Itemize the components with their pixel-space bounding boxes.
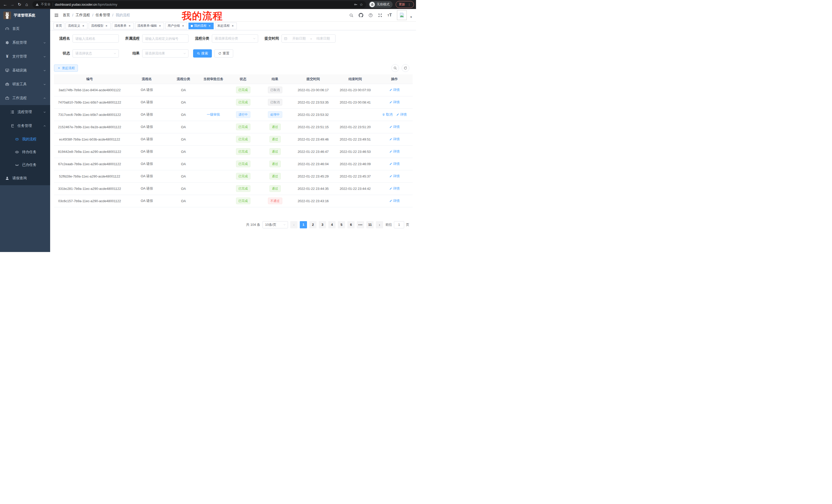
page-size-select[interactable]: 10条/页 [262, 221, 288, 228]
key-icon[interactable] [354, 3, 358, 6]
detail-button[interactable]: 详情 [389, 162, 400, 166]
detail-button[interactable]: 详情 [389, 100, 400, 105]
browser-update-button[interactable]: 更新 ⋮ [396, 1, 414, 8]
workflow-submenu: 流程管理 任务管理 我的流程 待办任务 已办 [0, 105, 50, 185]
sidebar-item-task-mgmt[interactable]: 任务管理 [0, 119, 50, 133]
tab-close-icon[interactable]: × [181, 24, 185, 28]
sidebar-item-system[interactable]: 系统管理 [0, 36, 50, 50]
tab-流程表单[interactable]: 流程表单× [112, 23, 134, 29]
sidebar-item-leave-query[interactable]: 请假查询 [0, 171, 50, 185]
result-select[interactable]: 请选择流结果 [142, 49, 188, 58]
pager-page-2[interactable]: 2 [309, 221, 316, 228]
sidebar-item-devtools[interactable]: 研发工具 [0, 77, 50, 91]
browser-reload-icon[interactable]: ↻ [17, 2, 23, 8]
detail-button[interactable]: 详情 [389, 88, 400, 92]
status-badge: 已完成 [236, 123, 251, 130]
table-row: 331bc281-7b9a-11ec-a290-acde48001122OA 请… [54, 183, 413, 195]
edit-icon [389, 162, 392, 165]
github-icon[interactable] [359, 13, 363, 18]
tab-我的流程[interactable]: 我的流程× [188, 23, 214, 29]
result-badge: 已取消 [268, 87, 282, 93]
tab-用户分组[interactable]: 用户分组× [165, 23, 187, 29]
toggle-search-button[interactable] [391, 64, 399, 72]
bookmark-star-icon[interactable]: ☆ [360, 2, 363, 7]
pager-page-3[interactable]: 3 [319, 221, 326, 228]
pager-page-1[interactable]: 1 [300, 221, 307, 228]
breadcrumb-home[interactable]: 首页 [63, 13, 70, 18]
sidebar-item-home[interactable]: 首页 [0, 22, 50, 36]
help-icon[interactable] [368, 13, 373, 18]
status-select[interactable]: 请选择状态 [73, 49, 119, 58]
status-badge: 已完成 [236, 99, 251, 106]
col-actions: 操作 [376, 75, 413, 84]
chevron-down-icon [43, 69, 46, 72]
sidebar-item-infra[interactable]: 基础设施 [0, 63, 50, 77]
url-host: dashboard.yudao.iocoder.cn [55, 3, 97, 6]
sidebar-item-todo-tasks[interactable]: 待办任务 [0, 146, 50, 159]
pager-next-icon[interactable]: › [376, 221, 383, 228]
create-process-button[interactable]: ＋ 发起流程 [54, 64, 78, 72]
sidebar-item-done-tasks[interactable]: 已办任务 [0, 159, 50, 171]
col-category: 流程分类 [168, 75, 199, 84]
browser-home-icon[interactable]: ⌂ [24, 2, 30, 8]
tab-流程模型[interactable]: 流程模型× [89, 23, 110, 29]
detail-button[interactable]: 详情 [389, 199, 400, 203]
fullscreen-icon[interactable] [378, 13, 382, 18]
result-badge: 已取消 [268, 99, 282, 106]
sidebar-item-process-mgmt[interactable]: 流程管理 [0, 105, 50, 119]
pager-prev-icon[interactable]: ‹ [290, 221, 297, 228]
detail-button[interactable]: 详情 [389, 186, 400, 191]
submit-time-range-picker[interactable]: 开始日期 - 结束日期 [282, 34, 336, 43]
detail-button[interactable]: 详情 [396, 112, 407, 117]
pager-page-11[interactable]: 11 [366, 221, 373, 228]
pager-page-4[interactable]: 4 [328, 221, 336, 228]
sidebar-item-my-process[interactable]: 我的流程 [0, 133, 50, 146]
pager-more[interactable]: ••• [357, 221, 364, 228]
avatar[interactable] [397, 10, 407, 20]
tab-close-icon[interactable]: × [128, 24, 131, 28]
sidebar-toggle-icon[interactable] [50, 13, 63, 18]
tab-发起流程[interactable]: 发起流程× [215, 23, 237, 29]
status-badge: 已完成 [236, 161, 251, 167]
tab-首页[interactable]: 首页 [53, 23, 64, 29]
breadcrumb-task-mgmt[interactable]: 任务管理 [96, 13, 110, 18]
process-name-input[interactable] [73, 34, 119, 43]
refresh-table-button[interactable] [401, 64, 409, 72]
address-bar[interactable]: 不安全 dashboard.yudao.iocoder.cn/bpm/task/… [32, 1, 366, 8]
app-logo-row[interactable]: 芋道管理系统 [0, 9, 50, 22]
avatar-caret-icon[interactable]: ▼ [410, 16, 412, 19]
detail-button[interactable]: 详情 [389, 149, 400, 154]
detail-button[interactable]: 详情 [389, 124, 400, 129]
current-task-link[interactable]: 一级审批 [207, 113, 220, 116]
search-button[interactable]: 搜索 [193, 49, 212, 58]
breadcrumb-workflow[interactable]: 工作流程 [76, 13, 90, 18]
tab-close-icon[interactable]: × [158, 24, 162, 28]
tab-close-icon[interactable]: × [105, 24, 108, 28]
definition-input[interactable] [142, 34, 188, 43]
tab-close-icon[interactable]: × [208, 24, 211, 28]
table-row: 3ad174fb-7b9d-11ec-8404-acde48001122OA 请… [54, 84, 413, 96]
detail-button[interactable]: 详情 [389, 174, 400, 178]
tab-close-icon[interactable]: × [231, 24, 234, 28]
tab-close-icon[interactable]: × [81, 24, 85, 28]
pager-page-5[interactable]: 5 [338, 221, 345, 228]
browser-back-icon[interactable]: ← [2, 2, 8, 8]
detail-button[interactable]: 详情 [389, 137, 400, 142]
process-category: OA [168, 145, 199, 158]
browser-forward-icon[interactable]: → [9, 2, 16, 8]
status-badge: 进行中 [236, 111, 251, 118]
category-select[interactable]: 请选择流程分类 [212, 34, 258, 43]
goto-page-input[interactable] [394, 221, 404, 228]
plus-icon: ＋ [57, 66, 61, 71]
sidebar-item-payment[interactable]: ¥ 支付管理 [0, 50, 50, 63]
font-size-icon[interactable]: TT [387, 12, 392, 18]
tab-流程表单-编辑[interactable]: 流程表单-编辑× [135, 23, 164, 29]
sidebar-item-workflow[interactable]: 工作流程 [0, 91, 50, 105]
edit-icon [389, 175, 392, 178]
search-icon[interactable] [349, 13, 354, 18]
browser-menu-icon[interactable]: ⋮ [408, 3, 411, 6]
cancel-button[interactable]: 取消 [382, 112, 393, 117]
tab-流程定义[interactable]: 流程定义× [66, 23, 87, 29]
pager-page-6[interactable]: 6 [347, 221, 355, 228]
reset-button[interactable]: 重置 [214, 49, 233, 58]
